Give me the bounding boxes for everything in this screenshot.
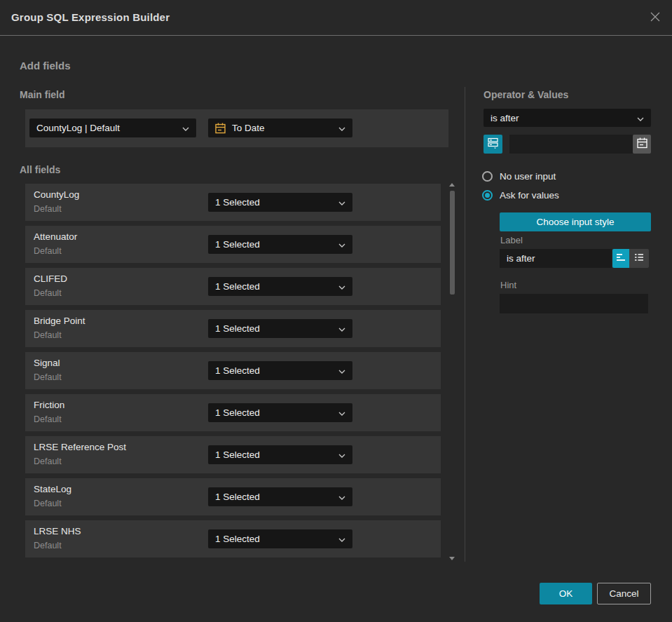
field-selection-select[interactable]: 1 Selected	[208, 403, 352, 422]
field-name: CLIFED	[34, 273, 67, 284]
main-field-heading: Main field	[20, 89, 65, 100]
hint-input[interactable]	[500, 294, 648, 313]
field-selection-value: 1 Selected	[215, 323, 338, 334]
chevron-down-icon	[338, 534, 345, 544]
main-field-select-value: CountyLog | Default	[36, 123, 182, 133]
field-subtitle: Default	[34, 330, 62, 340]
field-subtitle: Default	[34, 414, 62, 424]
field-selection-value: 1 Selected	[215, 449, 338, 460]
field-name: LRSE Reference Post	[34, 442, 126, 452]
field-row: LRSE NHS Default 1 Selected	[25, 520, 441, 557]
radio-circle-selected-icon	[482, 190, 493, 201]
field-name: Attenuator	[34, 231, 77, 242]
date-picker-button[interactable]	[633, 135, 651, 154]
field-selection-value: 1 Selected	[215, 365, 338, 376]
cancel-button[interactable]: Cancel	[597, 583, 651, 604]
label-input[interactable]	[500, 249, 612, 268]
field-name: Signal	[34, 358, 60, 368]
chevron-down-icon	[338, 365, 345, 376]
field-selection-value: 1 Selected	[215, 534, 338, 544]
add-fields-heading: Add fields	[20, 60, 71, 72]
chevron-down-icon	[338, 407, 345, 418]
date-value-input[interactable]	[509, 135, 633, 154]
chevron-down-icon	[338, 123, 345, 133]
field-subtitle: Default	[34, 372, 62, 382]
calendar-icon	[215, 123, 226, 134]
field-selection-select[interactable]: 1 Selected	[208, 487, 352, 506]
chevron-down-icon	[338, 492, 345, 502]
unique-values-button[interactable]	[484, 135, 502, 154]
scrollbar-thumb[interactable]	[450, 191, 455, 295]
field-row: Friction Default 1 Selected	[25, 394, 441, 431]
fields-scrollbar[interactable]	[449, 180, 455, 563]
field-row: LRSE Reference Post Default 1 Selected	[25, 436, 441, 473]
field-selection-select[interactable]: 1 Selected	[208, 277, 352, 296]
field-name: StateLog	[34, 484, 71, 494]
field-selection-value: 1 Selected	[215, 239, 338, 250]
single-line-style-button[interactable]	[612, 249, 629, 268]
main-date-select-value: To Date	[232, 123, 338, 133]
chevron-down-icon	[338, 197, 345, 208]
field-selection-value: 1 Selected	[215, 407, 338, 418]
field-row: CLIFED Default 1 Selected	[25, 268, 441, 305]
field-name: Friction	[34, 400, 64, 410]
radio-label: No user input	[500, 171, 556, 182]
field-selection-select[interactable]: 1 Selected	[208, 193, 352, 212]
field-selection-select[interactable]: 1 Selected	[208, 445, 352, 464]
dialog-title: Group SQL Expression Builder	[11, 11, 170, 23]
chevron-down-icon	[338, 323, 345, 334]
field-selection-select[interactable]: 1 Selected	[208, 529, 352, 548]
chevron-down-icon	[182, 123, 189, 133]
all-fields-list: CountyLog Default 1 Selected Attenuator …	[25, 184, 441, 562]
radio-ask-for-values[interactable]: Ask for values	[482, 190, 559, 201]
field-subtitle: Default	[34, 246, 62, 256]
scrollbar-down-arrow-icon[interactable]	[449, 557, 455, 560]
align-left-icon	[616, 253, 626, 264]
field-selection-value: 1 Selected	[215, 492, 338, 502]
chevron-down-icon	[338, 239, 345, 250]
field-row: Attenuator Default 1 Selected	[25, 226, 441, 263]
ok-button[interactable]: OK	[540, 583, 592, 604]
group-sql-expression-builder-dialog: Group SQL Expression Builder Add fields …	[0, 0, 672, 622]
bullet-list-icon	[634, 253, 644, 264]
scrollbar-up-arrow-icon[interactable]	[449, 183, 455, 187]
hint-caption: Hint	[500, 280, 516, 290]
field-name: LRSE NHS	[34, 526, 81, 536]
chevron-down-icon	[338, 281, 345, 292]
field-selection-select[interactable]: 1 Selected	[208, 319, 352, 338]
radio-no-user-input[interactable]: No user input	[482, 171, 556, 182]
field-subtitle: Default	[34, 288, 62, 298]
field-name: CountyLog	[34, 189, 79, 200]
stacked-values-icon	[488, 137, 499, 151]
field-selection-select[interactable]: 1 Selected	[208, 235, 352, 254]
choose-input-style-button[interactable]: Choose input style	[500, 212, 651, 231]
close-button[interactable]	[647, 11, 663, 26]
operator-select[interactable]: is after	[484, 109, 651, 127]
titlebar: Group SQL Expression Builder	[0, 0, 672, 36]
field-row: Signal Default 1 Selected	[25, 352, 441, 389]
chevron-down-icon	[338, 449, 345, 460]
main-date-select[interactable]: To Date	[208, 119, 352, 137]
field-selection-select[interactable]: 1 Selected	[208, 361, 352, 380]
field-subtitle: Default	[34, 204, 62, 214]
panel-divider	[465, 87, 465, 562]
label-caption: Label	[500, 235, 523, 245]
radio-circle-icon	[482, 171, 493, 182]
list-style-button[interactable]	[629, 249, 649, 268]
field-subtitle: Default	[34, 541, 62, 550]
close-icon	[649, 11, 661, 26]
main-field-select[interactable]: CountyLog | Default	[29, 119, 196, 137]
main-field-panel: CountyLog | Default To Date	[25, 109, 448, 147]
radio-label: Ask for values	[500, 190, 559, 201]
field-subtitle: Default	[34, 499, 62, 508]
field-selection-value: 1 Selected	[215, 197, 338, 208]
chevron-down-icon	[637, 113, 644, 123]
field-row: CountyLog Default 1 Selected	[25, 184, 441, 221]
field-selection-value: 1 Selected	[215, 281, 338, 292]
all-fields-heading: All fields	[20, 164, 60, 175]
operator-values-heading: Operator & Values	[484, 89, 568, 100]
field-row: StateLog Default 1 Selected	[25, 478, 441, 515]
field-name: Bridge Point	[34, 316, 85, 326]
field-subtitle: Default	[34, 457, 62, 466]
field-row: Bridge Point Default 1 Selected	[25, 310, 441, 347]
